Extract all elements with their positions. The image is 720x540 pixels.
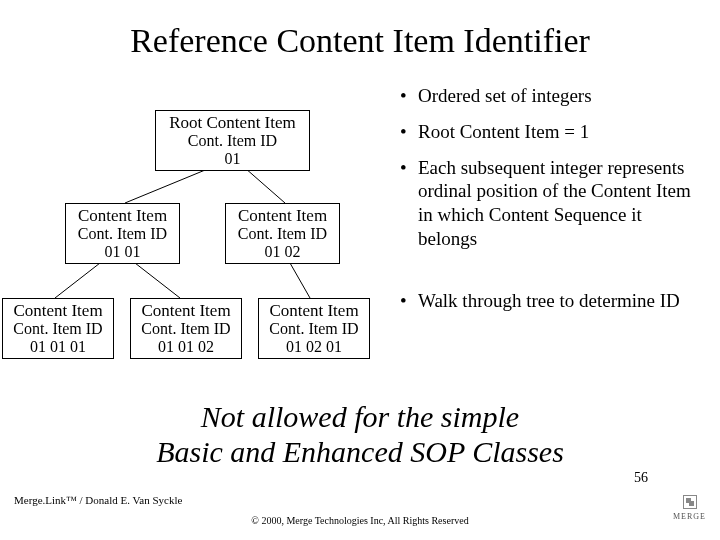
node-sublabel: Cont. Item ID — [70, 225, 175, 243]
node-sublabel: Cont. Item ID — [135, 320, 237, 338]
logo-text: MERGE — [673, 512, 706, 521]
svg-line-3 — [135, 263, 180, 298]
tree-node: Content Item Cont. Item ID 01 02 — [225, 203, 340, 264]
node-id: 01 02 01 — [263, 338, 365, 356]
slide: Reference Content Item Identifier Ordere… — [0, 0, 720, 540]
node-id: 01 01 — [70, 243, 175, 261]
node-id: 01 — [160, 150, 305, 168]
node-sublabel: Cont. Item ID — [7, 320, 109, 338]
node-sublabel: Cont. Item ID — [230, 225, 335, 243]
node-id: 01 01 02 — [135, 338, 237, 356]
node-sublabel: Cont. Item ID — [263, 320, 365, 338]
footer-author: Merge.Link™ / Donald E. Van Syckle — [14, 494, 182, 506]
slide-title: Reference Content Item Identifier — [0, 0, 720, 60]
footer-copyright: © 2000, Merge Technologies Inc, All Righ… — [0, 515, 720, 526]
bullet-item: Each subsequent integer represents ordin… — [400, 156, 700, 251]
node-label: Content Item — [7, 301, 109, 320]
bullet-list: Ordered set of integers Root Content Ite… — [400, 84, 700, 324]
tree-node: Content Item Cont. Item ID 01 01 — [65, 203, 180, 264]
merge-logo: MERGE — [673, 495, 706, 522]
tree-diagram: Root Content Item Cont. Item ID 01 Conte… — [0, 108, 400, 388]
node-label: Content Item — [70, 206, 175, 225]
page-number: 56 — [634, 470, 648, 486]
node-id: 01 01 01 — [7, 338, 109, 356]
logo-icon — [683, 495, 697, 509]
node-label: Content Item — [263, 301, 365, 320]
svg-line-2 — [55, 263, 100, 298]
node-id: 01 02 — [230, 243, 335, 261]
italic-note-line: Not allowed for the simple — [0, 400, 720, 435]
tree-node: Content Item Cont. Item ID 01 01 02 — [130, 298, 242, 359]
bullet-item: Walk through tree to determine ID — [400, 289, 700, 313]
tree-node: Content Item Cont. Item ID 01 02 01 — [258, 298, 370, 359]
bullet-item: Root Content Item = 1 — [400, 120, 700, 144]
svg-line-4 — [290, 263, 310, 298]
italic-note: Not allowed for the simple Basic and Enh… — [0, 400, 720, 469]
svg-line-0 — [125, 168, 210, 203]
tree-node: Content Item Cont. Item ID 01 01 01 — [2, 298, 114, 359]
italic-note-line: Basic and Enhanced SOP Classes — [0, 435, 720, 470]
node-sublabel: Cont. Item ID — [160, 132, 305, 150]
node-label: Content Item — [135, 301, 237, 320]
tree-node-root: Root Content Item Cont. Item ID 01 — [155, 110, 310, 171]
node-label: Content Item — [230, 206, 335, 225]
bullet-item: Ordered set of integers — [400, 84, 700, 108]
node-label: Root Content Item — [160, 113, 305, 132]
svg-line-1 — [245, 168, 285, 203]
